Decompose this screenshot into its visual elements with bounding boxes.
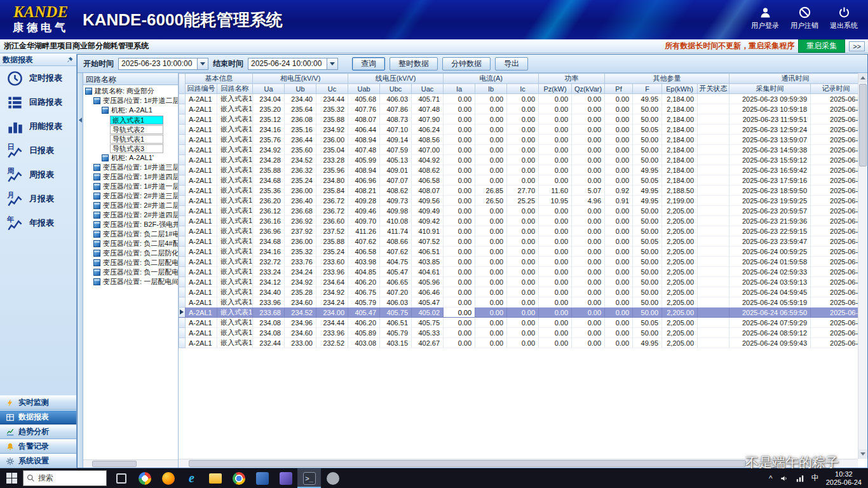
table-row[interactable]: A-2AL1嵌入式表1235.36236.00235.84408.21408.6… bbox=[179, 186, 862, 196]
table-row[interactable]: A-2AL1嵌入式表1234.40235.28234.92406.75407.2… bbox=[179, 287, 862, 297]
table-horizontal-scrollbar[interactable] bbox=[179, 459, 858, 468]
taskbar-icon-search-tool[interactable] bbox=[133, 468, 156, 488]
sidebar-module-数据报表[interactable]: 数据报表 bbox=[0, 410, 76, 424]
column-header[interactable]: Ep(kWh) bbox=[662, 84, 698, 94]
tree-folder-node[interactable]: 变压器/位置: 2#井道二层 bbox=[83, 201, 178, 210]
column-header[interactable]: Ia bbox=[444, 84, 475, 94]
sidebar-item-7[interactable]: 年年报表 bbox=[0, 211, 76, 235]
scroll-up-button[interactable] bbox=[858, 73, 867, 83]
exit-system-button[interactable]: 退出系统 bbox=[830, 6, 858, 30]
tree-folder-node[interactable]: 变压器/位置: 负二层1#电井 bbox=[83, 229, 178, 239]
column-header[interactable]: Uab bbox=[348, 84, 380, 94]
sidebar-module-系统设置[interactable]: 系统设置 bbox=[0, 454, 76, 468]
pin-icon[interactable] bbox=[66, 56, 74, 64]
taskbar-icon-app-blue[interactable] bbox=[250, 468, 274, 488]
user-logout-button[interactable]: 用户注销 bbox=[790, 6, 818, 30]
taskbar-icon-app-gray[interactable] bbox=[321, 468, 344, 488]
column-header[interactable]: Qz(kVar) bbox=[572, 84, 605, 94]
start-button[interactable] bbox=[0, 468, 23, 488]
sidebar-module-告警记录[interactable]: 告警记录 bbox=[0, 439, 76, 454]
table-row[interactable]: A-2AL1嵌入式表1234.68236.00235.88407.62408.6… bbox=[179, 236, 862, 247]
tree-folder-node[interactable]: 机柜: A-2AL1' bbox=[83, 153, 178, 163]
taskbar-icon-task-view[interactable] bbox=[109, 468, 133, 488]
table-row[interactable]: A-2AL1嵌入式表1232.44233.00232.52403.08403.1… bbox=[179, 338, 862, 348]
table-row[interactable]: A-2AL1嵌入式表1232.72233.76233.60403.98404.7… bbox=[179, 257, 862, 267]
taskbar-icon-terminal[interactable]: >_ bbox=[297, 468, 321, 488]
table-row[interactable]: A-2AL1嵌入式表1235.20235.64235.32407.76407.8… bbox=[179, 104, 862, 114]
column-header[interactable]: Pz(kW) bbox=[539, 84, 572, 94]
tree-horizontal-scrollbar[interactable] bbox=[83, 459, 178, 468]
restart-collect-button[interactable]: 重启采集 bbox=[798, 39, 845, 53]
taskbar-clock[interactable]: 10:32 2025-06-24 bbox=[826, 470, 862, 487]
minute-data-button[interactable]: 分钟数据 bbox=[442, 57, 491, 71]
column-header[interactable]: Ib bbox=[475, 84, 507, 94]
tree-folder-node[interactable]: 变压器/位置: 一层配电间 bbox=[83, 277, 178, 287]
tree-folder-node[interactable]: 变压器/位置: 1#井道一层 bbox=[83, 182, 178, 191]
sidebar-module-实时监测[interactable]: 实时监测 bbox=[0, 395, 76, 410]
sidebar-item-1[interactable]: 定时报表 bbox=[0, 66, 76, 90]
table-row[interactable]: A-2AL1嵌入式表1234.08234.60233.96405.89405.7… bbox=[179, 328, 862, 338]
dropdown-arrow-icon[interactable] bbox=[197, 58, 208, 69]
scrollbar-thumb[interactable] bbox=[92, 461, 137, 467]
taskbar-icon-ie[interactable]: e bbox=[180, 468, 203, 488]
column-header[interactable]: Ic bbox=[507, 84, 539, 94]
scroll-down-button[interactable] bbox=[858, 449, 867, 459]
tree-folder-node[interactable]: 变压器/位置: 2#井道四层 bbox=[83, 210, 178, 220]
volume-icon[interactable] bbox=[780, 474, 789, 483]
column-header[interactable]: Pf bbox=[605, 84, 633, 94]
export-button[interactable]: 导出 bbox=[495, 57, 528, 71]
column-header[interactable]: Ubc bbox=[380, 84, 412, 94]
taskbar-icon-chrome[interactable] bbox=[227, 468, 250, 488]
table-row[interactable]: A-2AL1嵌入式表1236.96237.92237.52411.26411.7… bbox=[179, 226, 862, 236]
dropdown-arrow-icon[interactable] bbox=[327, 58, 337, 69]
table-row[interactable]: A-2AL1嵌入式表1236.12236.68236.72409.46409.9… bbox=[179, 206, 862, 216]
sidebar-item-5[interactable]: 周周报表 bbox=[0, 163, 76, 187]
table-row[interactable]: A-2AL1嵌入式表1233.68234.52234.00405.47405.7… bbox=[179, 308, 862, 318]
column-header[interactable]: F bbox=[633, 84, 662, 94]
table-row[interactable]: A-2AL1嵌入式表1234.16235.16234.92406.44407.1… bbox=[179, 125, 862, 135]
table-row[interactable]: A-2AL1嵌入式表1235.88236.32235.96408.94409.0… bbox=[179, 165, 862, 175]
start-time-picker[interactable]: 2025-06-23 10:00:00 bbox=[118, 58, 208, 70]
scrollbar-thumb[interactable] bbox=[859, 84, 867, 166]
sidebar-item-6[interactable]: 月月报表 bbox=[0, 187, 76, 211]
tree-folder-node[interactable]: 建筑名称: 商业部分 bbox=[83, 86, 178, 96]
tree-meter-node[interactable]: 导轨式表1 bbox=[83, 134, 178, 144]
sidebar-item-3[interactable]: 用能报表 bbox=[0, 114, 76, 139]
column-header[interactable]: Uc bbox=[316, 84, 348, 94]
table-row[interactable]: A-2AL1嵌入式表1234.04234.40234.44405.68406.0… bbox=[179, 94, 862, 104]
tree-folder-node[interactable]: 变压器/位置: 负二层4#配电 bbox=[83, 239, 178, 248]
taskbar-icon-app-purple[interactable] bbox=[274, 468, 297, 488]
tree-folder-node[interactable]: 变压器/位置: B2F-强电井3 bbox=[83, 220, 178, 229]
column-header[interactable]: Ua bbox=[253, 84, 285, 94]
hourly-data-button[interactable]: 整时数据 bbox=[390, 57, 438, 71]
tree-meter-node[interactable]: 导轨式表3 bbox=[83, 144, 178, 153]
table-row[interactable]: A-2AL1嵌入式表1235.12236.08235.88408.07408.7… bbox=[179, 114, 862, 125]
sidebar-module-趋势分析[interactable]: 趋势分析 bbox=[0, 424, 76, 439]
column-header[interactable]: Ub bbox=[285, 84, 316, 94]
query-button[interactable]: 查询 bbox=[352, 57, 385, 71]
table-row[interactable]: A-2AL1嵌入式表1236.16236.92236.60409.70410.0… bbox=[179, 216, 862, 226]
tree-folder-node[interactable]: 变压器/位置: 负一层配电间 bbox=[83, 268, 178, 277]
table-row[interactable]: A-2AL1嵌入式表1234.16235.32235.24406.58407.6… bbox=[179, 247, 862, 257]
tree-folder-node[interactable]: 变压器/位置: 负二层防化通( bbox=[83, 248, 178, 258]
column-header[interactable]: 开关状态 bbox=[698, 84, 729, 94]
end-time-picker[interactable]: 2025-06-24 10:00:00 bbox=[248, 58, 338, 70]
tray-expand-icon[interactable]: ^ bbox=[769, 474, 773, 483]
tree-folder-node[interactable]: 变压器/位置: 1#井道三层 bbox=[83, 163, 178, 172]
column-header[interactable]: 回路名称 bbox=[217, 84, 253, 94]
table-row[interactable]: A-2AL1嵌入式表1234.12234.92234.64406.20406.6… bbox=[179, 277, 862, 287]
table-row[interactable]: A-2AL1嵌入式表1234.92235.60235.04407.48407.5… bbox=[179, 145, 862, 155]
tree-meter-node[interactable]: 嵌入式表1 bbox=[83, 115, 178, 125]
tree-folder-node[interactable]: 变压器/位置: 1#井道四层 bbox=[83, 172, 178, 182]
tree-meter-node[interactable]: 导轨式表2 bbox=[83, 125, 178, 134]
table-row[interactable]: A-2AL1嵌入式表1236.20236.40236.72409.28409.7… bbox=[179, 196, 862, 206]
tree-folder-node[interactable]: 变压器/位置: 2#井道三层 bbox=[83, 191, 178, 201]
input-method-indicator[interactable]: 中 bbox=[811, 473, 819, 484]
tree-folder-node[interactable]: 机柜: A-2AL1 bbox=[83, 105, 178, 115]
table-row[interactable]: A-2AL1嵌入式表1233.96234.60234.24405.79406.0… bbox=[179, 297, 862, 308]
column-header[interactable]: Uac bbox=[412, 84, 444, 94]
table-row[interactable]: A-2AL1嵌入式表1234.28234.52233.28405.99405.1… bbox=[179, 155, 862, 165]
sidebar-item-4[interactable]: 日日报表 bbox=[0, 139, 76, 163]
table-row[interactable]: A-2AL1嵌入式表1233.24234.24233.96404.85405.4… bbox=[179, 267, 862, 277]
expand-more-button[interactable]: >> bbox=[849, 41, 865, 51]
